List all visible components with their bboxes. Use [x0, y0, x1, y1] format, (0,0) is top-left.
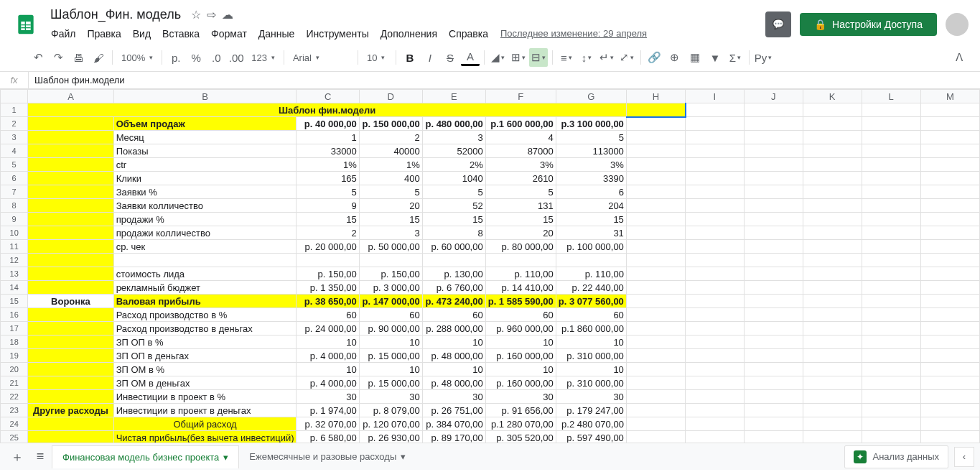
- cell-A14[interactable]: [28, 281, 113, 295]
- cell-D12[interactable]: [359, 254, 422, 267]
- cell-J16[interactable]: [744, 308, 803, 322]
- cell-H20[interactable]: [626, 363, 685, 376]
- cell-M22[interactable]: [920, 390, 979, 404]
- cell-H5[interactable]: [626, 158, 685, 172]
- cell-D9[interactable]: 15: [359, 213, 422, 226]
- cell-K20[interactable]: [803, 363, 862, 376]
- fill-color-button[interactable]: ◢: [489, 48, 508, 67]
- cell-C18[interactable]: 10: [297, 336, 359, 349]
- cell-B22[interactable]: Инвестиции в проект в %: [113, 390, 297, 404]
- cell-I25[interactable]: [686, 431, 745, 443]
- cell-C10[interactable]: 2: [297, 226, 359, 240]
- cell-L16[interactable]: [862, 308, 920, 322]
- cell-B2[interactable]: Объем продаж: [113, 117, 297, 131]
- cell-C24[interactable]: р. 32 070,00: [297, 417, 359, 431]
- cell-G20[interactable]: 10: [556, 363, 626, 376]
- cell-E9[interactable]: 15: [422, 213, 485, 226]
- cell-C23[interactable]: р. 1 974,00: [297, 404, 359, 417]
- cell-C4[interactable]: 33000: [297, 144, 359, 158]
- explore-button[interactable]: ✦ Анализ данных: [844, 445, 948, 468]
- cell-K16[interactable]: [803, 308, 862, 322]
- cell-D24[interactable]: р. 120 070,00: [359, 417, 422, 431]
- cell-D17[interactable]: р. 90 000,00: [359, 322, 422, 336]
- cell-L4[interactable]: [862, 144, 920, 158]
- all-sheets-button[interactable]: ≡: [29, 445, 52, 468]
- spreadsheet-grid[interactable]: ABCDEFGHIJKLM1Шаблон фин.модели2Объем пр…: [0, 89, 980, 443]
- cell-A3[interactable]: [28, 131, 113, 144]
- cell-F25[interactable]: р. 305 520,00: [485, 431, 556, 443]
- cell-I2[interactable]: [686, 117, 745, 131]
- cell-J19[interactable]: [744, 349, 803, 363]
- cell-K14[interactable]: [803, 281, 862, 295]
- row-header-3[interactable]: 3: [1, 131, 28, 144]
- cell-L18[interactable]: [862, 336, 920, 349]
- cell-A16[interactable]: [28, 308, 113, 322]
- cell-J10[interactable]: [744, 226, 803, 240]
- cell-F5[interactable]: 3%: [485, 158, 556, 172]
- cell-M8[interactable]: [920, 199, 979, 213]
- cell-H3[interactable]: [626, 131, 685, 144]
- row-header-20[interactable]: 20: [1, 363, 28, 376]
- cell-H8[interactable]: [626, 199, 685, 213]
- cell-A24[interactable]: [28, 417, 113, 431]
- menu-file[interactable]: Файл: [46, 25, 80, 42]
- cell-K23[interactable]: [803, 404, 862, 417]
- cell-G24[interactable]: р.2 480 070,00: [556, 417, 626, 431]
- cell-I9[interactable]: [686, 213, 745, 226]
- cell-E16[interactable]: 60: [422, 308, 485, 322]
- cell-I11[interactable]: [686, 240, 745, 254]
- cell-M19[interactable]: [920, 349, 979, 363]
- cell-J25[interactable]: [744, 431, 803, 443]
- cell-B20[interactable]: ЗП ОМ в %: [113, 363, 297, 376]
- cell-I24[interactable]: [686, 417, 745, 431]
- menu-view[interactable]: Вид: [128, 25, 156, 42]
- cell-L7[interactable]: [862, 185, 920, 199]
- cell-K5[interactable]: [803, 158, 862, 172]
- col-header-D[interactable]: D: [359, 90, 422, 103]
- cell-I6[interactable]: [686, 172, 745, 185]
- cell-E19[interactable]: р. 48 000,00: [422, 349, 485, 363]
- vertical-align-button[interactable]: ↕: [577, 48, 596, 67]
- insert-comment-icon[interactable]: ⊕: [666, 48, 684, 67]
- cell-B16[interactable]: Расход производство в %: [113, 308, 297, 322]
- move-icon[interactable]: ⇨: [207, 8, 216, 22]
- cell-G19[interactable]: р. 310 000,00: [556, 349, 626, 363]
- cell-L6[interactable]: [862, 172, 920, 185]
- comments-icon[interactable]: 💬: [765, 11, 791, 37]
- cell-E21[interactable]: р. 48 000,00: [422, 376, 485, 390]
- cell-E7[interactable]: 5: [422, 185, 485, 199]
- cell-K9[interactable]: [803, 213, 862, 226]
- cell-D3[interactable]: 2: [359, 131, 422, 144]
- cell-L10[interactable]: [862, 226, 920, 240]
- cell-J21[interactable]: [744, 376, 803, 390]
- cell-H17[interactable]: [626, 322, 685, 336]
- cell-H4[interactable]: [626, 144, 685, 158]
- cell-I10[interactable]: [686, 226, 745, 240]
- cell-G2[interactable]: р.3 100 000,00: [556, 117, 626, 131]
- cell-A7[interactable]: [28, 185, 113, 199]
- cell-I20[interactable]: [686, 363, 745, 376]
- cell-B15[interactable]: Валовая прибыль: [113, 295, 297, 308]
- cell-D19[interactable]: р. 15 000,00: [359, 349, 422, 363]
- cell-L8[interactable]: [862, 199, 920, 213]
- cell-C8[interactable]: 9: [297, 199, 359, 213]
- cell-H2[interactable]: [626, 117, 685, 131]
- cell-G7[interactable]: 6: [556, 185, 626, 199]
- col-header-E[interactable]: E: [422, 90, 485, 103]
- cell-E24[interactable]: р. 384 070,00: [422, 417, 485, 431]
- cell-G4[interactable]: 113000: [556, 144, 626, 158]
- cell-F19[interactable]: р. 160 000,00: [485, 349, 556, 363]
- cell-E25[interactable]: р. 89 170,00: [422, 431, 485, 443]
- cell-C25[interactable]: р. 6 580,00: [297, 431, 359, 443]
- cell-J3[interactable]: [744, 131, 803, 144]
- cell-D14[interactable]: р. 3 000,00: [359, 281, 422, 295]
- cell-D22[interactable]: 30: [359, 390, 422, 404]
- formula-input[interactable]: Шаблон фин.модели: [29, 72, 980, 88]
- cell-M4[interactable]: [920, 144, 979, 158]
- cell-I3[interactable]: [686, 131, 745, 144]
- cell-B3[interactable]: Месяц: [113, 131, 297, 144]
- cell-H23[interactable]: [626, 404, 685, 417]
- cell-K2[interactable]: [803, 117, 862, 131]
- row-header-6[interactable]: 6: [1, 172, 28, 185]
- cell-I7[interactable]: [686, 185, 745, 199]
